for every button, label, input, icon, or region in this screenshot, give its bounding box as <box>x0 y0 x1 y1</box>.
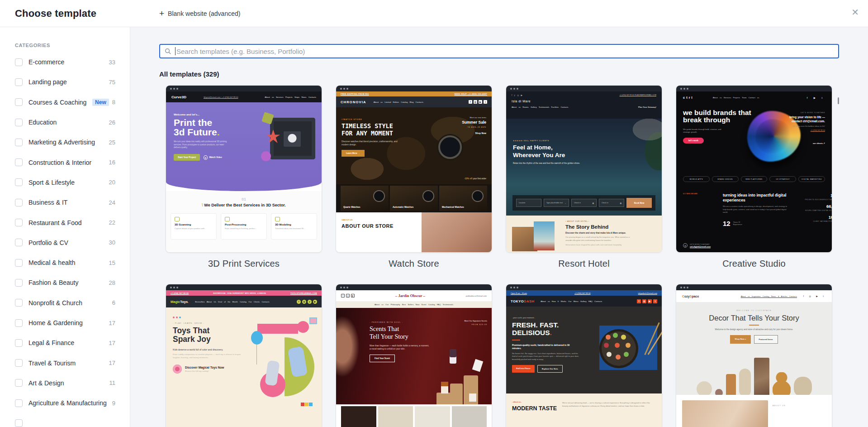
category-row-courses-coaching[interactable]: Courses & Coaching New 8 <box>15 92 115 112</box>
booking-field: Type placeholder text⌄ <box>544 199 569 207</box>
browser-chrome <box>166 284 322 290</box>
hero-title: TIMELESS STYLE FOR ANY MOMENT <box>342 123 400 137</box>
category-row-partial[interactable] <box>15 413 115 427</box>
feature-card: 3D ScanningCapture details of your produ… <box>171 213 217 240</box>
category-row-construction-interior[interactable]: Construction & Interior 16 <box>15 152 115 172</box>
template-card-cozyspace[interactable]: CozySpace About us Inspiration Catalog N… <box>676 284 832 427</box>
hero-cta: Start Your Project <box>174 154 200 161</box>
checkbox-icon[interactable] <box>15 279 23 287</box>
checkbox-icon[interactable] <box>15 158 23 166</box>
checkbox-icon[interactable] <box>15 78 23 86</box>
pedestal-graphic <box>436 393 452 404</box>
scrollbar-thumb[interactable] <box>838 97 839 104</box>
toy-blocks-graphic <box>301 403 313 406</box>
category-count: 17 <box>109 320 115 326</box>
category-row-travel-tourism[interactable]: Travel & Tourism 17 <box>15 353 115 373</box>
category-label: Portfolio & CV <box>28 239 68 246</box>
search-bar[interactable] <box>159 44 839 58</box>
checkbox-icon[interactable] <box>15 419 23 427</box>
window-dot-icon <box>683 88 685 90</box>
facebook-icon: f <box>637 299 641 303</box>
templates-grid: Curve3D 3d.print@email.com • +1 (234) 56… <box>166 85 868 427</box>
window-dot-icon <box>343 88 345 90</box>
category-label: E-commerce <box>28 58 64 66</box>
about-photos <box>512 221 561 252</box>
window-dot-icon <box>170 88 172 90</box>
checkbox-icon[interactable] <box>15 178 23 186</box>
social-icons: f◎y▶ <box>297 300 317 304</box>
checkbox-icon[interactable] <box>15 119 23 126</box>
category-label: Medical & health <box>28 259 76 266</box>
checkbox-icon[interactable] <box>15 58 23 66</box>
category-row-agriculture-manufacturing[interactable]: Agriculture & Manufacturing 9 <box>15 393 115 413</box>
hero-cta: Find Your Scent <box>370 355 395 362</box>
category-row-landing-page[interactable]: Landing page 75 <box>15 72 115 92</box>
category-row-medical-health[interactable]: Medical & health 15 <box>15 253 115 273</box>
template-preview: ctrl About us Services Projects Team Con… <box>676 85 832 253</box>
hero-kicker: WELCOME TO COZYSPACE <box>676 310 832 312</box>
template-card-tokyodash[interactable]: Open 8 am - 10 pm+1 (234) 567 89 00tokyo… <box>506 284 662 427</box>
category-row-restaurant-food[interactable]: Restaurant & Food 22 <box>15 212 115 232</box>
category-row-legal-finance[interactable]: Legal & Finance 17 <box>15 333 115 353</box>
perfume-bottle-graphic <box>472 359 484 372</box>
template-preview: CozySpace About us Inspiration Catalog N… <box>676 284 832 427</box>
category-count: 15 <box>109 259 115 266</box>
chevron-down-icon: ⌄ <box>565 202 566 204</box>
window-dot-icon <box>680 287 682 288</box>
preview-nav-links: Bestsellers About Us Deal of the Month C… <box>195 301 269 303</box>
window-dot-icon <box>683 287 685 288</box>
checkbox-icon[interactable] <box>15 299 23 307</box>
social-icons: f◎▶t <box>637 299 657 303</box>
template-card-watch-store[interactable]: FREE SHIPPING FROM $50NEED HELP: +1 (800… <box>336 85 492 269</box>
stats-block: 1.5K PROJECTS SUCCESSFULLY DELIVERED 66,… <box>796 193 832 227</box>
perfume-bottle-graphic <box>441 382 448 393</box>
template-card-resort-hotel[interactable]: f y ◎ ▶+1 (234) 567 89 00 ISLADIMARE@EMA… <box>506 85 662 269</box>
checkbox-icon[interactable] <box>15 199 23 206</box>
category-row-portfolio-cv[interactable]: Portfolio & CV 30 <box>15 233 115 253</box>
checkbox-icon[interactable] <box>15 379 23 387</box>
hero-title: Feel at Home,Wherever You Are <box>513 144 662 159</box>
checkbox-icon[interactable] <box>15 139 23 146</box>
template-card-creative-studio[interactable]: ctrl About us Services Projects Team Con… <box>676 85 832 269</box>
category-row-fashion-beauty[interactable]: Fashion & Beauty 28 <box>15 273 115 293</box>
checkbox-icon[interactable] <box>15 239 23 246</box>
blank-website-button[interactable]: + Blank website (advanced) <box>159 9 240 18</box>
template-card-magictoys[interactable]: +1 (234) 567 89 00SHOWROOM: 123A EGREMON… <box>166 284 322 427</box>
browser-chrome <box>676 284 832 290</box>
checkbox-icon[interactable] <box>15 219 23 226</box>
checkbox-icon[interactable] <box>15 259 23 267</box>
preview-hero: - PERFUMES WITH SOUL - Scents ThatTell Y… <box>336 308 492 404</box>
checkbox-icon[interactable] <box>15 399 23 407</box>
template-card-3d-print-services[interactable]: Curve3D 3d.print@email.com • +1 (234) 56… <box>166 85 322 269</box>
checkbox-icon[interactable] <box>15 98 23 106</box>
about-section: - about us - MODERN TASTE We're not just… <box>506 393 662 427</box>
section-title: All templates (329) <box>159 70 868 78</box>
category-row-art-design[interactable]: Art & Design 11 <box>15 373 115 393</box>
template-preview: f y ◎ ▶+1 (234) 567 89 00 ISLADIMARE@EMA… <box>506 85 662 253</box>
close-icon[interactable]: ✕ <box>851 8 859 17</box>
category-label: Marketing & Advertising <box>28 139 95 146</box>
search-input[interactable] <box>176 48 834 55</box>
tile: Mechanical Watches <box>439 186 487 211</box>
category-row-sport-lifestyle[interactable]: Sport & Lifestyle 20 <box>15 173 115 192</box>
perfume-bottle-graphic <box>469 393 476 402</box>
checkbox-icon[interactable] <box>15 339 23 347</box>
preview-nav-links: About us Limited Edition Catalog Blog Co… <box>374 101 423 103</box>
category-row-business-it[interactable]: Business & IT 24 <box>15 192 115 212</box>
category-row-marketing-advertising[interactable]: Marketing & Advertising 25 <box>15 132 115 152</box>
window-dot-icon <box>346 88 348 90</box>
preview-brand: Curve3D <box>171 95 186 99</box>
category-row-nonprofit-church[interactable]: Nonprofit & Church 6 <box>15 293 115 313</box>
social-icons: f y ◎ ▶ <box>512 94 522 96</box>
category-row-ecommerce[interactable]: E-commerce 33 <box>15 52 115 72</box>
category-row-education[interactable]: Education 26 <box>15 112 115 132</box>
category-row-home-gardening[interactable]: Home & Gardening 17 <box>15 313 115 333</box>
checkbox-icon[interactable] <box>15 319 23 327</box>
category-label: Nonprofit & Church <box>28 299 82 307</box>
face-photo <box>422 212 492 252</box>
checkbox-icon[interactable] <box>15 359 23 367</box>
category-label: Legal & Finance <box>28 339 74 346</box>
preview-navbar: TOKYODASH About us How It Works Our Menu… <box>506 296 662 307</box>
category-label: Business & IT <box>28 199 67 206</box>
template-card-jardin-obscur[interactable]: f◎▶ – Jardin Obscur – jardinobscur@email… <box>336 284 492 427</box>
